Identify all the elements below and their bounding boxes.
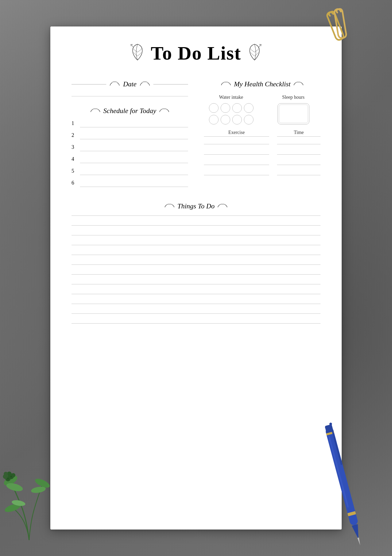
schedule-line-6: [80, 187, 188, 187]
water-label: Water intake: [204, 95, 258, 100]
svg-point-13: [10, 476, 12, 477]
page-title: To Do List: [151, 42, 241, 64]
things-left-leaf: [165, 203, 174, 209]
date-label: Date: [123, 80, 137, 88]
schedule-line-2: [80, 139, 188, 139]
todo-line-6: [72, 264, 320, 265]
left-leaf-decoration: [130, 43, 145, 64]
water-circle-8[interactable]: [244, 115, 253, 124]
date-section: Date: [72, 80, 188, 96]
todo-line-2: [72, 225, 320, 226]
schedule-number-5: 5: [72, 168, 77, 175]
paperclip-decoration: [318, 8, 360, 43]
sleep-hours-box[interactable]: [278, 103, 309, 124]
schedule-section: Schedule for Today 1: [72, 107, 188, 187]
schedule-right-leaf: [159, 108, 169, 114]
todo-line-12: [72, 323, 320, 324]
todo-line-5: [72, 255, 320, 255]
schedule-line-4: [80, 163, 188, 163]
schedule-number-6: 6: [72, 180, 77, 187]
title-section: To Do List: [72, 42, 320, 64]
exercise-label: Exercise: [228, 130, 245, 135]
schedule-list: 1 2 3 4 5: [72, 120, 188, 187]
plant-decoration: [0, 440, 58, 540]
left-column: Date: [72, 80, 188, 192]
time-label: Time: [294, 130, 304, 135]
date-input-line: [72, 96, 188, 96]
todo-line-11: [72, 313, 320, 314]
schedule-number-4: 4: [72, 156, 77, 163]
schedule-item-4: 4: [72, 156, 188, 163]
exercise-row-1: [204, 139, 320, 144]
date-right-leaf: [140, 81, 150, 88]
todo-line-10: [72, 304, 320, 304]
water-sleep-row: Water intake Sleep hours: [204, 95, 320, 124]
water-circle-7[interactable]: [232, 115, 242, 124]
water-circle-1[interactable]: [209, 103, 219, 113]
schedule-item-5: 5: [72, 168, 188, 175]
todo-lines: [72, 216, 320, 324]
sleep-column: Sleep hours: [266, 95, 320, 124]
health-left-leaf: [221, 81, 231, 87]
schedule-number-2: 2: [72, 132, 77, 139]
date-left-leaf: [109, 81, 120, 88]
water-circle-3[interactable]: [232, 103, 242, 113]
health-label: My Health Checklist: [234, 80, 291, 88]
schedule-label: Schedule for Today: [103, 107, 156, 115]
schedule-line-1: [80, 127, 188, 127]
schedule-left-leaf: [91, 108, 100, 114]
schedule-item-1: 1: [72, 120, 188, 127]
todo-line-9: [72, 294, 320, 294]
schedule-item-6: 6: [72, 180, 188, 187]
todo-line-3: [72, 235, 320, 235]
water-circle-5[interactable]: [209, 115, 219, 124]
water-circle-6[interactable]: [221, 115, 230, 124]
svg-point-11: [4, 472, 8, 476]
exercise-row-4: [204, 170, 320, 175]
exercise-row-2: [204, 149, 320, 155]
todo-line-7: [72, 274, 320, 275]
schedule-item-3: 3: [72, 144, 188, 151]
water-circle-2[interactable]: [221, 103, 230, 113]
health-right-leaf: [294, 81, 303, 87]
schedule-number-1: 1: [72, 120, 77, 127]
schedule-item-2: 2: [72, 132, 188, 139]
exercise-row-3: [204, 159, 320, 165]
todo-line-4: [72, 245, 320, 245]
todo-line-8: [72, 284, 320, 284]
water-circles-grid: [204, 103, 258, 124]
svg-point-12: [7, 478, 9, 479]
schedule-number-3: 3: [72, 144, 77, 151]
water-column: Water intake: [204, 95, 258, 124]
schedule-line-5: [80, 175, 188, 175]
things-label: Things To Do: [177, 202, 215, 210]
things-to-do-section: Things To Do: [72, 202, 320, 324]
exercise-lines: [204, 139, 320, 180]
paper-document: To Do List: [50, 26, 342, 530]
sleep-label: Sleep hours: [266, 95, 320, 100]
right-leaf-decoration: [247, 43, 262, 64]
schedule-line-3: [80, 151, 188, 151]
todo-line-1: [72, 216, 320, 216]
right-column: My Health Checklist Water intake: [204, 80, 320, 192]
things-right-leaf: [218, 203, 227, 209]
water-circle-4[interactable]: [244, 103, 253, 113]
exercise-section: Exercise Time: [204, 130, 320, 180]
